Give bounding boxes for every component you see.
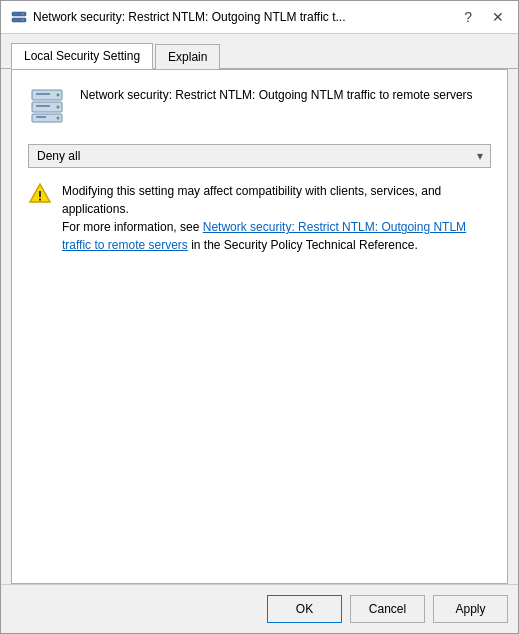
title-bar-left: Network security: Restrict NTLM: Outgoin… [11,9,460,25]
svg-rect-15 [39,199,41,201]
title-bar-controls: ? ✕ [460,10,508,24]
svg-point-7 [57,94,60,97]
svg-point-8 [57,106,60,109]
tab-bar: Local Security Setting Explain [1,34,518,69]
button-bar: OK Cancel Apply [1,584,518,633]
policy-header: Network security: Restrict NTLM: Outgoin… [28,86,491,126]
svg-rect-14 [39,191,41,197]
svg-rect-0 [12,12,26,16]
svg-rect-1 [12,18,26,22]
warning-text: Modifying this setting may affect compat… [62,182,491,254]
apply-button[interactable]: Apply [433,595,508,623]
main-content: Network security: Restrict NTLM: Outgoin… [11,69,508,584]
help-button[interactable]: ? [460,10,476,24]
window-title: Network security: Restrict NTLM: Outgoin… [33,10,346,24]
title-bar: Network security: Restrict NTLM: Outgoin… [1,1,518,34]
content-spacer [28,268,491,567]
tab-local-security-setting[interactable]: Local Security Setting [11,43,153,69]
svg-rect-12 [36,116,46,118]
policy-title: Network security: Restrict NTLM: Outgoin… [80,86,473,104]
svg-point-9 [57,117,60,120]
svg-point-3 [22,19,24,21]
dropdown-container: Allow all Audit all Deny all [28,144,491,168]
main-window: Network security: Restrict NTLM: Outgoin… [0,0,519,634]
close-button[interactable]: ✕ [488,10,508,24]
warning-box: Modifying this setting may affect compat… [28,182,491,254]
svg-rect-11 [36,105,50,107]
cancel-button[interactable]: Cancel [350,595,425,623]
warning-icon [28,182,52,206]
policy-icon [28,86,68,126]
ntlm-setting-dropdown[interactable]: Allow all Audit all Deny all [28,144,491,168]
svg-point-2 [22,13,24,15]
dropdown-wrapper: Allow all Audit all Deny all [28,144,491,168]
ok-button[interactable]: OK [267,595,342,623]
tab-explain[interactable]: Explain [155,44,220,69]
window-icon [11,9,27,25]
svg-rect-10 [36,93,50,95]
